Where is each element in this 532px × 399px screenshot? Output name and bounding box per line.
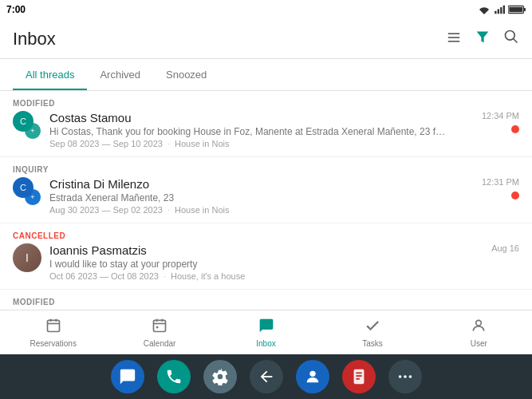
svg-point-21 — [476, 320, 482, 326]
nav-user-label: User — [471, 339, 487, 348]
header: Inbox — [0, 19, 532, 59]
svg-point-29 — [408, 375, 412, 378]
unread-indicator — [511, 125, 519, 133]
avatar: I — [13, 243, 41, 272]
dock-contacts-button[interactable] — [296, 360, 329, 393]
svg-rect-24 — [356, 373, 361, 374]
nav-user[interactable]: User — [426, 313, 532, 353]
inbox-icon — [258, 318, 274, 338]
nav-calendar[interactable]: Calendar — [106, 313, 212, 353]
dock-back-button[interactable] — [250, 360, 283, 393]
conv-time: 12:31 PM — [482, 177, 519, 187]
dock-more-button[interactable] — [388, 360, 422, 393]
nav-inbox[interactable]: Inbox — [213, 313, 319, 353]
bottom-nav: Reservations Calendar Inbox Tasks User — [0, 310, 532, 354]
svg-rect-12 — [47, 320, 59, 331]
svg-rect-5 — [523, 8, 526, 11]
time-display: 7:00 — [6, 4, 26, 15]
nav-tasks[interactable]: Tasks — [319, 313, 425, 353]
status-time: 7:00 — [6, 4, 26, 15]
signal-icon — [494, 5, 505, 14]
conv-name: Costas Stamou — [49, 111, 471, 124]
svg-point-10 — [506, 31, 515, 41]
svg-rect-3 — [503, 6, 505, 14]
conv-label: MODIFIED — [13, 99, 519, 108]
conv-meta: Oct 06 2023 — Oct 08 2023 · House, it's … — [49, 271, 471, 281]
conv-message: Hi Costas, Thank you for booking House i… — [49, 126, 448, 137]
search-icon[interactable] — [503, 29, 519, 49]
list-item[interactable]: CANCELLED I Ioannis Pasmatzis I would li… — [0, 223, 532, 290]
conv-message: I would like to stay at your property — [49, 259, 448, 270]
filter-funnel-icon[interactable] — [475, 30, 491, 48]
calendar-icon — [152, 318, 167, 338]
user-icon — [471, 318, 487, 338]
conv-label: INQUIRY — [13, 165, 519, 174]
nav-tasks-label: Tasks — [362, 339, 383, 348]
conv-message: Estrada Xeneral Mañente, 23 — [49, 192, 448, 203]
list-item[interactable]: MODIFIED Y + Yanniki Paz Hi Yanniki, Tha… — [0, 290, 532, 306]
reservations-icon — [45, 318, 61, 338]
conv-label: CANCELLED — [13, 231, 519, 240]
conv-name: Cristina Di Milenzo — [49, 177, 471, 191]
dock-messages-button[interactable] — [111, 360, 144, 393]
nav-inbox-label: Inbox — [256, 339, 275, 348]
conv-meta: Aug 30 2023 — Sep 02 2023 · House in Noi… — [49, 205, 471, 215]
svg-rect-20 — [156, 326, 159, 328]
status-icons — [478, 5, 526, 14]
filter-lines-icon[interactable] — [446, 30, 462, 48]
conv-meta: Sep 08 2023 — Sep 10 2023 · House in Noi… — [49, 139, 471, 148]
svg-rect-16 — [154, 320, 166, 331]
avatar: C + — [13, 177, 41, 206]
tab-snoozed[interactable]: Snoozed — [153, 59, 219, 90]
dock-app6-button[interactable] — [342, 360, 376, 393]
avatar: C + — [13, 111, 41, 140]
svg-rect-26 — [356, 378, 360, 380]
battery-icon — [508, 5, 526, 14]
svg-rect-25 — [356, 375, 361, 377]
conversation-list: MODIFIED C + Costas Stamou Hi Costas, Th… — [0, 91, 532, 306]
tabs-bar: All threads Archived Snoozed — [0, 59, 532, 91]
header-actions — [446, 29, 519, 49]
dock-phone-button[interactable] — [157, 360, 191, 393]
svg-rect-2 — [500, 7, 502, 14]
svg-point-27 — [398, 375, 401, 378]
conv-label: MODIFIED — [13, 298, 519, 306]
unread-indicator — [511, 192, 519, 200]
tab-archived[interactable]: Archived — [87, 59, 153, 90]
nav-reservations[interactable]: Reservations — [0, 313, 106, 353]
system-dock — [0, 354, 532, 399]
conv-time: Aug 16 — [491, 243, 519, 253]
svg-rect-1 — [498, 9, 499, 14]
nav-reservations-label: Reservations — [30, 339, 77, 348]
svg-rect-6 — [509, 7, 522, 12]
wifi-icon — [478, 5, 491, 14]
page-title: Inbox — [13, 29, 56, 49]
nav-calendar-label: Calendar — [144, 339, 176, 348]
svg-point-22 — [309, 371, 315, 377]
svg-rect-0 — [495, 11, 496, 14]
tasks-icon — [365, 318, 380, 338]
conv-name: Ioannis Pasmatzis — [49, 243, 471, 257]
conv-time: 12:34 PM — [482, 111, 519, 120]
dock-settings-button[interactable] — [203, 360, 237, 393]
tab-all-threads[interactable]: All threads — [13, 59, 87, 90]
svg-line-11 — [514, 39, 518, 43]
list-item[interactable]: INQUIRY C + Cristina Di Milenzo Estrada … — [0, 157, 532, 223]
svg-point-28 — [404, 375, 407, 378]
list-item[interactable]: MODIFIED C + Costas Stamou Hi Costas, Th… — [0, 91, 532, 157]
status-bar: 7:00 — [0, 0, 532, 19]
